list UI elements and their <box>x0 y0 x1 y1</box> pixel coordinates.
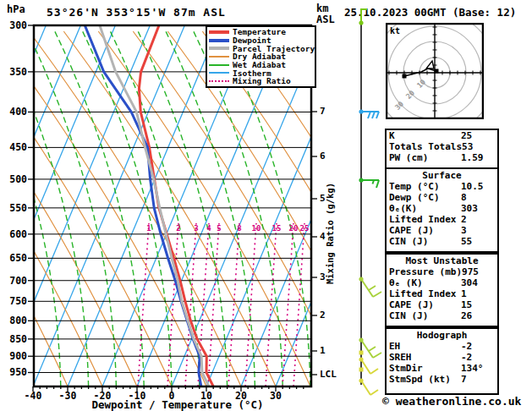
km-tick-label: 7 <box>320 106 326 117</box>
most-unstable-table: Most Unstable Pressure (mb)975 θₑ (K)304… <box>385 253 499 327</box>
row-label: CAPE (J) <box>389 299 461 310</box>
wind-barb <box>361 9 367 23</box>
row-label: CIN (J) <box>389 236 461 247</box>
row-value: 7 <box>461 374 495 385</box>
row-label: StmDir <box>389 363 461 374</box>
legend-row: Mixing Ratio <box>209 77 315 85</box>
table-row: StmDir134° <box>387 363 497 374</box>
hodograph-point-marker <box>435 69 439 74</box>
wind-barb <box>369 347 376 351</box>
row-label: θₑ (K) <box>389 277 461 288</box>
legend-label: Mixing Ratio <box>233 76 291 85</box>
pressure-tick-label: 700 <box>2 275 27 287</box>
wind-barb <box>373 180 375 184</box>
row-value: 134° <box>461 363 495 374</box>
table-row: CAPE (J)3 <box>387 225 497 236</box>
row-value: 304 <box>461 277 495 288</box>
table-row: θₑ (K)304 <box>387 277 497 288</box>
row-label: StmSpd (kt) <box>389 374 461 385</box>
pressure-tick-label: 800 <box>2 315 27 326</box>
hodograph-ring-label: 20 <box>404 89 416 101</box>
pressure-tick-label: 750 <box>2 295 27 307</box>
row-label: Temp (°C) <box>389 181 461 192</box>
table-row: SREH-2 <box>387 352 497 363</box>
row-label: EH <box>389 341 461 352</box>
chart-legend: TemperatureDewpointParcel TrajectoryDry … <box>206 25 316 88</box>
table-row: StmSpd (kt)7 <box>387 374 497 385</box>
wind-barb <box>361 381 370 395</box>
temperature-tick-label: 10 <box>189 390 223 402</box>
wind-level-dot <box>359 351 364 355</box>
row-value: 10.5 <box>461 181 495 192</box>
row-value: 26 <box>461 310 495 321</box>
pressure-tick-label: 900 <box>2 350 27 362</box>
wind-barb <box>373 353 381 358</box>
wind-level-dot <box>359 368 364 372</box>
row-value: 15 <box>461 299 495 310</box>
wind-barb <box>373 292 381 297</box>
mixing-ratio-value-label: 8 <box>237 224 241 233</box>
table-row: Totals Totals53 <box>387 141 497 152</box>
temperature-tick-label: -30 <box>51 390 85 402</box>
temperature-tick-label: -20 <box>85 390 119 402</box>
legend-sample-line <box>209 72 229 74</box>
lcl-label: LCL <box>320 369 337 380</box>
row-label: K <box>389 130 461 141</box>
row-value: 2 <box>461 214 495 225</box>
table-row: EH-2 <box>387 341 497 352</box>
row-value: 3 <box>461 225 495 236</box>
km-tick-label: 3 <box>320 271 326 282</box>
km-tick-label: 2 <box>320 310 326 321</box>
pressure-tick-label: 850 <box>2 333 27 345</box>
mixing-ratio-value-label: 2 <box>176 224 180 233</box>
row-value: -2 <box>461 352 495 363</box>
wind-barb <box>376 112 379 118</box>
row-value: 55 <box>461 236 495 247</box>
wind-barb <box>370 369 378 374</box>
wind-barb <box>368 112 370 118</box>
km-tick-label: 4 <box>320 231 326 242</box>
table-row: PW (cm)1.59 <box>387 152 497 163</box>
table-header: Hodograph <box>387 329 497 341</box>
table-row: K25 <box>387 130 497 141</box>
table-row: Temp (°C)10.5 <box>387 181 497 192</box>
row-value: 53 <box>462 141 495 152</box>
mixing-ratio-line <box>282 223 293 386</box>
pressure-tick-label: 650 <box>2 252 27 264</box>
row-label: Lifted Index <box>389 214 461 225</box>
table-row: Lifted Index1 <box>387 288 497 299</box>
wet-adiabat-line <box>27 31 116 386</box>
wind-barb <box>370 390 378 395</box>
hodograph-point-marker <box>403 74 407 79</box>
table-row: Pressure (mb)975 <box>387 266 497 277</box>
temperature-tick-label: 30 <box>259 390 293 402</box>
mixing-ratio-line <box>208 223 219 386</box>
pressure-tick-label: 300 <box>2 19 27 31</box>
table-row: CIN (J)26 <box>387 310 497 321</box>
row-value: 8 <box>461 192 495 203</box>
table-header: Most Unstable <box>387 255 497 266</box>
km-tick-label: 5 <box>320 193 326 204</box>
row-label: CIN (J) <box>389 310 461 321</box>
km-tick-label: 1 <box>320 345 326 356</box>
mixing-ratio-value-label: 25 <box>300 224 310 233</box>
legend-sample-line <box>209 80 229 82</box>
isotherm-line <box>68 25 219 386</box>
pressure-tick-label: 950 <box>2 366 27 378</box>
table-row: CAPE (J)15 <box>387 299 497 310</box>
km-tick-label: 6 <box>320 151 326 162</box>
hodograph-table: Hodograph EH-2 SREH-2 StmDir134° StmSpd … <box>385 327 499 395</box>
temperature-tick-label: 20 <box>224 390 258 402</box>
mixing-ratio-value-label: 15 <box>272 224 282 233</box>
pressure-tick-label: 500 <box>2 173 27 185</box>
row-label: Dewp (°C) <box>389 192 461 203</box>
wet-adiabat-line <box>55 31 144 386</box>
row-label: SREH <box>389 352 461 363</box>
pressure-tick-label: 600 <box>2 228 27 240</box>
mixing-ratio-value-label: 3 <box>194 224 198 233</box>
table-row: Lifted Index2 <box>387 214 497 225</box>
temperature-tick-label: -40 <box>16 390 50 402</box>
row-label: PW (cm) <box>389 152 461 163</box>
row-value: 975 <box>462 266 495 277</box>
stability-indices-table: K25 Totals Totals53 PW (cm)1.59 <box>385 129 499 169</box>
